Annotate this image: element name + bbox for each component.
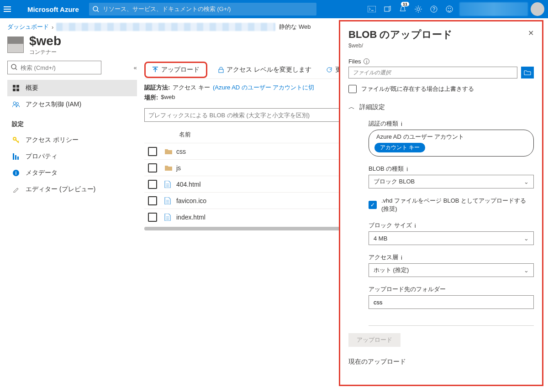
overview-icon bbox=[12, 85, 20, 91]
user-account-label[interactable] bbox=[459, 2, 528, 16]
auth-type-selector[interactable]: Azure AD のユーザー アカウント アカウント キー bbox=[369, 130, 534, 157]
nav-overview[interactable]: 概要 bbox=[7, 80, 137, 96]
nav-policy-label: アクセス ポリシー bbox=[26, 136, 79, 144]
row-checkbox[interactable] bbox=[148, 196, 157, 205]
page-subtitle: コンテナー bbox=[29, 48, 61, 56]
container-icon bbox=[7, 37, 24, 53]
location-value: $web bbox=[161, 94, 175, 102]
left-nav: « 概要 アクセス制御 (IAM) 設定 アクセス ポリシー プロパティ i bbox=[7, 61, 137, 230]
access-tier-select[interactable]: ホット (推定) ⌄ bbox=[369, 263, 534, 277]
nav-editor-label: エディター (プレビュー) bbox=[26, 185, 95, 193]
nav-properties[interactable]: プロパティ bbox=[7, 148, 137, 165]
file-name[interactable]: index.html bbox=[176, 214, 206, 221]
upload-blob-panel: ✕ BLOB のアップロード $web/ Files i ファイルが既に存在する… bbox=[339, 20, 543, 386]
blob-type-value: ブロック BLOB bbox=[374, 178, 415, 186]
nav-editor[interactable]: エディター (プレビュー) bbox=[7, 181, 137, 198]
people-icon bbox=[12, 101, 20, 108]
svg-point-15 bbox=[16, 103, 19, 105]
notifications-icon[interactable]: 11 bbox=[395, 0, 410, 18]
hamburger-icon[interactable] bbox=[4, 6, 17, 12]
notif-badge: 11 bbox=[401, 2, 409, 6]
auth-opt-key[interactable]: アカウント キー bbox=[374, 143, 425, 152]
info-icon[interactable]: i bbox=[364, 58, 369, 64]
breadcrumb-sep: › bbox=[52, 24, 53, 31]
browse-button[interactable] bbox=[521, 67, 534, 78]
auth-method-value: アクセス キー bbox=[173, 84, 210, 92]
auth-switch-link[interactable]: (Azure AD のユーザー アカウントに切 bbox=[213, 84, 314, 92]
info-icon[interactable]: i bbox=[401, 120, 402, 127]
block-size-label: ブロック サイズ bbox=[369, 221, 412, 230]
nav-access-policy[interactable]: アクセス ポリシー bbox=[7, 132, 137, 148]
directory-icon[interactable] bbox=[380, 0, 395, 18]
auth-opt-aad[interactable]: Azure AD のユーザー アカウント bbox=[376, 133, 528, 141]
refresh-icon bbox=[326, 67, 332, 73]
svg-rect-12 bbox=[13, 89, 16, 91]
info-icon[interactable]: i bbox=[406, 166, 408, 172]
file-select-input[interactable] bbox=[348, 67, 517, 78]
svg-point-3 bbox=[417, 8, 420, 10]
files-label: Files bbox=[348, 58, 361, 65]
properties-icon bbox=[12, 153, 20, 160]
upload-button[interactable]: アップロード bbox=[144, 62, 207, 78]
col-name-header[interactable]: 名前 bbox=[164, 131, 191, 139]
row-checkbox[interactable] bbox=[148, 163, 157, 172]
brand-label[interactable]: Microsoft Azure bbox=[17, 5, 89, 13]
vhd-checkbox[interactable]: ✓ bbox=[369, 201, 377, 209]
file-name[interactable]: 404.html bbox=[176, 181, 201, 188]
row-checkbox[interactable] bbox=[148, 147, 157, 156]
collapse-nav-button[interactable]: « bbox=[133, 64, 137, 71]
overwrite-label: ファイルが既に存在する場合は上書きする bbox=[361, 85, 474, 93]
cloud-shell-icon[interactable] bbox=[364, 0, 379, 18]
nav-metadata-label: メタデータ bbox=[26, 169, 58, 177]
feedback-icon[interactable] bbox=[442, 0, 457, 18]
upload-submit-button[interactable]: アップロード bbox=[348, 333, 400, 347]
svg-rect-18 bbox=[15, 155, 16, 160]
file-name[interactable]: css bbox=[176, 148, 186, 155]
file-name[interactable]: js bbox=[176, 164, 181, 172]
auth-type-label: 認証の種類 bbox=[369, 120, 398, 128]
nav-search-input[interactable] bbox=[7, 61, 101, 74]
folder-icon bbox=[164, 148, 176, 155]
svg-point-9 bbox=[11, 64, 16, 69]
lock-icon bbox=[218, 67, 224, 73]
access-level-label: アクセス レベルを変更します bbox=[227, 66, 311, 74]
file-name[interactable]: favicon.ico bbox=[176, 197, 206, 204]
key-icon bbox=[12, 137, 20, 143]
pencil-icon bbox=[12, 186, 20, 193]
nav-iam[interactable]: アクセス制御 (IAM) bbox=[7, 96, 137, 113]
vhd-label: .vhd ファイルをページ BLOB としてアップロードする (推奨) bbox=[381, 197, 534, 213]
chevron-down-icon: ⌄ bbox=[524, 178, 529, 185]
chevron-up-icon: ︿ bbox=[348, 103, 355, 111]
svg-text:i: i bbox=[16, 171, 17, 176]
overwrite-checkbox[interactable] bbox=[348, 85, 357, 93]
svg-point-0 bbox=[93, 6, 98, 11]
access-level-button[interactable]: アクセス レベルを変更します bbox=[215, 64, 315, 76]
nav-settings-header: 設定 bbox=[7, 113, 137, 132]
access-tier-value: ホット (推定) bbox=[374, 266, 409, 274]
auth-method-label: 認証方法: bbox=[144, 84, 170, 92]
advanced-toggle[interactable]: ︿ 詳細設定 bbox=[348, 103, 534, 111]
upload-folder-label: アップロード先のフォルダー bbox=[369, 285, 446, 293]
breadcrumb-dashboard[interactable]: ダッシュボード bbox=[7, 23, 49, 31]
blob-type-select[interactable]: ブロック BLOB ⌄ bbox=[369, 175, 534, 188]
nav-properties-label: プロパティ bbox=[26, 152, 58, 161]
help-icon[interactable]: ? bbox=[427, 0, 441, 18]
avatar[interactable] bbox=[531, 2, 544, 16]
folder-open-icon bbox=[524, 70, 531, 75]
block-size-select[interactable]: 4 MB ⌄ bbox=[369, 231, 534, 245]
page-title: $web bbox=[29, 34, 61, 48]
current-uploads-label: 現在のアップロード bbox=[348, 358, 534, 366]
nav-metadata[interactable]: i メタデータ bbox=[7, 165, 137, 181]
settings-icon[interactable] bbox=[411, 0, 426, 18]
close-icon[interactable]: ✕ bbox=[528, 29, 534, 37]
info-icon[interactable]: i bbox=[415, 222, 416, 229]
upload-folder-input[interactable] bbox=[369, 295, 534, 309]
global-search[interactable]: リソース、サービス、ドキュメントの検索 (G+/) bbox=[89, 3, 316, 16]
chevron-down-icon: ⌄ bbox=[524, 235, 529, 242]
row-checkbox[interactable] bbox=[148, 213, 157, 222]
row-checkbox[interactable] bbox=[148, 180, 157, 189]
info-icon[interactable]: i bbox=[401, 254, 402, 261]
info-icon: i bbox=[12, 170, 20, 176]
upload-label: アップロード bbox=[161, 66, 200, 74]
nav-iam-label: アクセス制御 (IAM) bbox=[26, 100, 81, 109]
